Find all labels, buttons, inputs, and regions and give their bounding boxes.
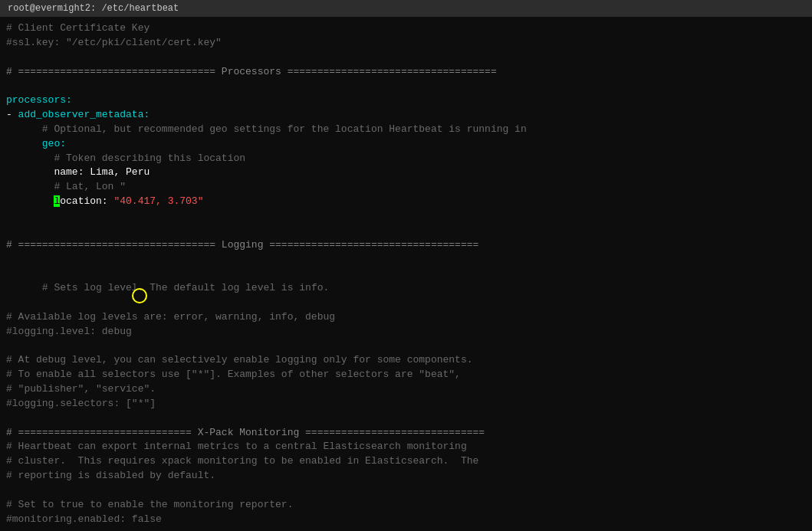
line-10: # Token describing this location [6,152,806,166]
line-28: # Heartbeat can export internal metrics … [6,440,806,454]
line-8: # Optional, but recommended geo settings… [6,123,806,137]
line-29: # cluster. This requires xpack monitorin… [6,454,806,469]
line-4: # ================================= Proc… [6,65,806,80]
line-11: name: Lima, Peru [6,166,806,180]
line-14 [6,209,806,224]
line-31 [6,483,806,498]
line-27: # ============================= X-Pack M… [6,426,806,441]
line-22: # At debug level, you can selectively en… [6,353,806,368]
line-15 [6,224,806,238]
line-24: # "publisher", "service". [6,382,806,397]
line-32: # Set to true to enable the monitoring r… [6,498,806,513]
terminal-window: root@evermight2: /etc/heartbeat # Client… [0,0,812,531]
line-18: # Sets log level. The default log level … [6,267,806,310]
line-33: #monitoring.enabled: false [6,513,806,527]
line-20: #logging.level: debug [6,325,806,339]
line-25: #logging.selectors: ["*"] [6,397,806,411]
line-23: # To enable all selectors use ["*"]. Exa… [6,368,806,382]
title-bar: root@evermight2: /etc/heartbeat [0,0,812,17]
line-17 [6,253,806,267]
line-16: # ================================= Logg… [6,238,806,253]
line-7: - add_observer_metadata: [6,108,806,123]
line-6: processors: [6,93,806,108]
line-3 [6,51,806,65]
title-bar-text: root@evermight2: /etc/heartbeat [8,3,179,14]
line-21 [6,339,806,354]
terminal-content[interactable]: # Client Certificate Key #ssl.key: "/etc… [0,17,812,531]
line-19: # Available log levels are: error, warni… [6,310,806,325]
line-26 [6,411,806,426]
line-9: geo: [6,137,806,152]
line-34 [6,527,806,531]
line-13: location: "40.417, 3.703" [6,195,806,209]
line-30: # reporting is disabled by default. [6,469,806,483]
line-1: # Client Certificate Key [6,21,806,36]
line-5 [6,79,806,93]
line-12: # Lat, Lon " [6,180,806,195]
line-2: #ssl.key: "/etc/pki/client/cert.key" [6,36,806,51]
